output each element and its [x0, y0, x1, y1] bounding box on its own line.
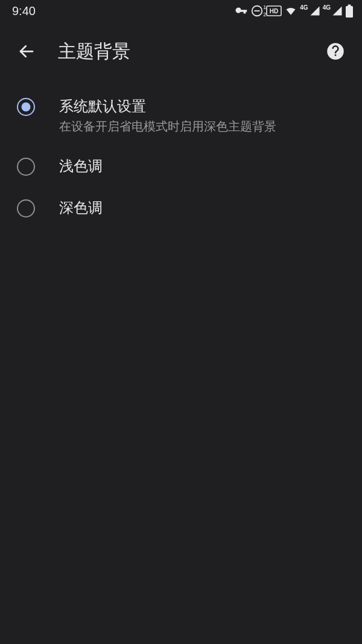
svg-text:HD: HD — [270, 8, 278, 14]
status-icons: 1 2 HD 4G 4G — [235, 4, 354, 18]
option-text: 浅色调 — [59, 156, 103, 176]
hd-icon: 1 2 HD — [266, 5, 282, 16]
app-bar: 主题背景 — [0, 27, 362, 76]
signal-icon-1 — [310, 5, 320, 16]
option-text: 深色调 — [59, 198, 103, 217]
option-light[interactable]: 浅色调 — [0, 146, 362, 187]
svg-rect-5 — [348, 5, 351, 7]
battery-icon — [345, 4, 354, 18]
radio-dark[interactable] — [17, 199, 35, 217]
help-button[interactable] — [321, 37, 350, 66]
option-sublabel: 在设备开启省电模式时启用深色主题背景 — [59, 118, 276, 135]
theme-options-list: 系统默认设置 在设备开启省电模式时启用深色主题背景 浅色调 深色调 — [0, 76, 362, 228]
option-dark[interactable]: 深色调 — [0, 187, 362, 228]
option-system-default[interactable]: 系统默认设置 在设备开启省电模式时启用深色主题背景 — [0, 86, 362, 146]
no-disturb-icon — [250, 4, 264, 18]
option-label: 浅色调 — [59, 156, 103, 176]
option-text: 系统默认设置 在设备开启省电模式时启用深色主题背景 — [59, 97, 276, 135]
signal-icon-2 — [332, 5, 343, 16]
wifi-icon — [284, 5, 297, 17]
svg-rect-4 — [346, 6, 353, 18]
signal-4g-label-2: 4G — [323, 4, 331, 11]
radio-system-default[interactable] — [17, 98, 35, 116]
option-label: 系统默认设置 — [59, 97, 276, 116]
status-time: 9:40 — [12, 4, 36, 18]
radio-light[interactable] — [17, 158, 35, 176]
arrow-left-icon — [17, 42, 36, 60]
help-icon — [326, 42, 345, 60]
back-button[interactable] — [12, 37, 41, 66]
status-bar: 9:40 1 2 HD 4G 4G — [0, 0, 362, 22]
option-label: 深色调 — [59, 198, 103, 217]
page-title: 主题背景 — [58, 39, 321, 64]
signal-4g-label-1: 4G — [300, 4, 308, 11]
key-icon — [235, 4, 248, 18]
